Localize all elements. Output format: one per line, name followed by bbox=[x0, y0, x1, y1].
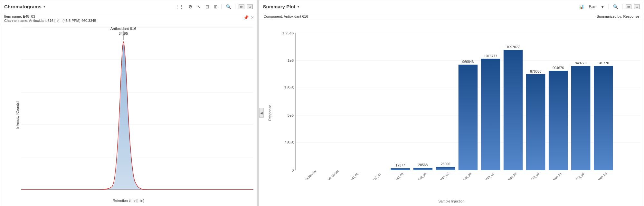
dropdown-icon[interactable]: ▼ bbox=[599, 4, 606, 10]
svg-rect-72 bbox=[548, 71, 567, 170]
x-axis-label: Retention time [min] bbox=[113, 199, 144, 202]
gear-icon[interactable]: ⚙ bbox=[187, 4, 194, 10]
svg-text:949770: 949770 bbox=[598, 61, 609, 65]
svg-text:Blank Hexane: Blank Hexane bbox=[301, 169, 317, 180]
svg-rect-57 bbox=[436, 167, 455, 170]
svg-text:2.5e5: 2.5e5 bbox=[284, 141, 294, 145]
y-axis-label-right: Response bbox=[268, 105, 271, 121]
search-icon[interactable]: 🔍 bbox=[611, 4, 620, 10]
svg-text:E48_03: E48_03 bbox=[462, 172, 472, 180]
x-axis-label-right: Sample Injection bbox=[438, 199, 464, 203]
pin-close-icons[interactable]: 📌 ✕ bbox=[243, 15, 254, 20]
summary-header: Summary Plot ▼ 📊 Bar ▼ 🔍 ▭ □ bbox=[259, 0, 644, 13]
component-label: Component: Antioxidant 616 bbox=[264, 14, 308, 18]
summary-title-text: Summary Plot bbox=[263, 4, 296, 9]
svg-text:0: 0 bbox=[291, 168, 293, 172]
svg-rect-54 bbox=[413, 168, 432, 170]
svg-text:E49_02: E49_02 bbox=[507, 172, 517, 180]
svg-rect-51 bbox=[391, 168, 410, 170]
toolbar-sep bbox=[609, 4, 609, 9]
bar-type-label[interactable]: Bar bbox=[587, 4, 597, 10]
svg-text:E50_02: E50_02 bbox=[575, 172, 585, 180]
y-axis-label: Intensity [Counts] bbox=[15, 101, 19, 129]
maximize-button[interactable]: □ bbox=[247, 4, 253, 9]
bar-chart-area: ◀ Response Sample Injection bbox=[259, 20, 644, 206]
svg-rect-66 bbox=[503, 50, 522, 170]
summary-dropdown-icon[interactable]: ▼ bbox=[297, 5, 300, 8]
svg-text:960846: 960846 bbox=[462, 60, 474, 64]
chromatogram-header: Chromatograms ▼ ⋮⋮ ⚙ ↖ ⊡ ⊞ 🔍 ▭ □ bbox=[0, 0, 257, 13]
close-icon[interactable]: ✕ bbox=[251, 15, 254, 20]
svg-text:Blank MeOH: Blank MeOH bbox=[325, 170, 339, 180]
svg-text:876036: 876036 bbox=[530, 70, 541, 73]
chromatogram-info: Item name: E48_03 Channel name: Antioxid… bbox=[0, 13, 257, 24]
svg-rect-75 bbox=[571, 66, 590, 170]
svg-text:7.5e5: 7.5e5 bbox=[284, 86, 294, 90]
svg-text:1097077: 1097077 bbox=[506, 45, 519, 49]
chromatogram-panel: Chromatograms ▼ ⋮⋮ ⚙ ↖ ⊡ ⊞ 🔍 ▭ □ Item na… bbox=[0, 0, 257, 206]
chart-lines-icon[interactable]: ⋮⋮ bbox=[174, 4, 185, 10]
chromatogram-toolbar: ⋮⋮ ⚙ ↖ ⊡ ⊞ 🔍 ▭ □ bbox=[174, 4, 253, 10]
toolbar-separator2 bbox=[235, 4, 235, 9]
svg-text:1e6: 1e6 bbox=[287, 58, 293, 62]
toolbar-separator bbox=[222, 4, 222, 9]
svg-text:E50_01: E50_01 bbox=[553, 172, 562, 180]
bar-chart-svg: 0 2.5e5 5e5 7.5e5 1e6 1.25e6 Blank Hexan… bbox=[282, 23, 640, 180]
chromatogram-chart-area: Intensity [Counts] Retention time [min] … bbox=[0, 24, 257, 206]
chromatogram-title-text: Chromatograms bbox=[4, 4, 42, 9]
chromatogram-dropdown-icon[interactable]: ▼ bbox=[43, 5, 46, 8]
svg-text:1016777: 1016777 bbox=[484, 54, 497, 58]
restore-button[interactable]: ▭ bbox=[626, 4, 631, 9]
svg-text:NC_03: NC_03 bbox=[395, 172, 404, 180]
svg-text:E48_01: E48_01 bbox=[417, 172, 427, 180]
chromatogram-title[interactable]: Chromatograms ▼ bbox=[4, 4, 46, 9]
pin-icon[interactable]: 📌 bbox=[243, 15, 249, 20]
channel-name-text: Channel name: Antioxidant 616 [-e] : (45… bbox=[4, 19, 253, 22]
summary-panel: Summary Plot ▼ 📊 Bar ▼ 🔍 ▭ □ Component: … bbox=[259, 0, 644, 206]
svg-text:E49_01: E49_01 bbox=[485, 172, 495, 180]
svg-text:5e5: 5e5 bbox=[287, 113, 293, 117]
summary-toolbar: 📊 Bar ▼ 🔍 ▭ □ bbox=[577, 4, 640, 10]
svg-text:1.25e6: 1.25e6 bbox=[282, 31, 294, 35]
cursor-icon[interactable]: ↖ bbox=[196, 4, 202, 10]
svg-text:34.95: 34.95 bbox=[118, 31, 128, 35]
svg-text:17377: 17377 bbox=[395, 164, 405, 167]
svg-rect-63 bbox=[481, 59, 500, 170]
collapse-arrow[interactable]: ◀ bbox=[259, 108, 264, 118]
svg-text:904676: 904676 bbox=[553, 67, 564, 70]
svg-text:949770: 949770 bbox=[575, 61, 587, 65]
svg-rect-60 bbox=[458, 65, 477, 170]
svg-marker-26 bbox=[107, 43, 144, 190]
bar-chart-icon[interactable]: 📊 bbox=[577, 4, 585, 10]
svg-text:20568: 20568 bbox=[418, 163, 428, 167]
summary-title[interactable]: Summary Plot ▼ bbox=[263, 4, 300, 9]
zoom-fit-icon[interactable]: ⊡ bbox=[204, 4, 211, 10]
svg-text:E48_02: E48_02 bbox=[440, 172, 450, 180]
restore-button[interactable]: ▭ bbox=[239, 4, 244, 9]
svg-text:28006: 28006 bbox=[440, 162, 450, 166]
svg-rect-78 bbox=[594, 66, 613, 170]
svg-text:Antioxidant 616: Antioxidant 616 bbox=[110, 27, 136, 31]
layout-icon[interactable]: ⊞ bbox=[213, 4, 219, 10]
search-icon[interactable]: 🔍 bbox=[224, 4, 232, 10]
toolbar-sep2 bbox=[622, 4, 622, 9]
svg-text:E50_03: E50_03 bbox=[598, 172, 607, 180]
chromatogram-svg: 0 20000 40000 60000 80000 34.3 34.4 34.5… bbox=[21, 27, 253, 190]
svg-text:E49_03: E49_03 bbox=[530, 172, 540, 180]
svg-text:NC_01: NC_01 bbox=[350, 172, 359, 180]
maximize-button[interactable]: □ bbox=[634, 4, 640, 9]
svg-text:NC_02: NC_02 bbox=[373, 172, 382, 180]
summarized-by-label: Summarized by: Response bbox=[597, 14, 639, 18]
svg-rect-69 bbox=[526, 74, 545, 170]
summary-info-bar: Component: Antioxidant 616 Summarized by… bbox=[259, 13, 644, 20]
item-name-text: Item name: E48_03 bbox=[4, 14, 253, 18]
